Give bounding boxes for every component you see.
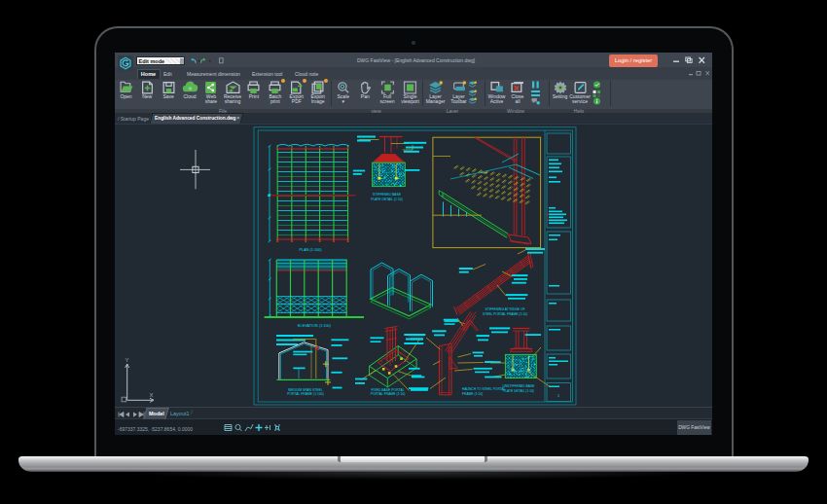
svg-text:UNSTIFFENED BASE: UNSTIFFENED BASE [503, 384, 536, 388]
svg-text:STIFFENED BASE: STIFFENED BASE [373, 193, 402, 197]
svg-text:PLATE DETAIL (1:10): PLATE DETAIL (1:10) [371, 198, 403, 201]
svg-text:PORTAL FRAME (1:10): PORTAL FRAME (1:10) [371, 392, 406, 396]
svg-text:PORTAL FRAME (1:100): PORTAL FRAME (1:100) [287, 392, 324, 396]
svg-text:STEEL PORTAL FRAME (1:10): STEEL PORTAL FRAME (1:10) [483, 312, 527, 316]
svg-text:Y: Y [125, 357, 128, 363]
svg-text:ELEVATION (1:100): ELEVATION (1:100) [298, 324, 332, 328]
svg-text:1: 1 [557, 393, 560, 398]
svg-text:PLATE DETAIL (1:10): PLATE DETAIL (1:10) [503, 389, 534, 393]
svg-text:STIFFENING AT RIDGE OF: STIFFENING AT RIDGE OF [485, 307, 524, 311]
svg-text:FIXED BASE PORTAL: FIXED BASE PORTAL [371, 388, 404, 392]
svg-text:MEDIUM SPAN STEEL: MEDIUM SPAN STEEL [288, 388, 322, 392]
svg-text:X: X [149, 392, 153, 398]
svg-text:PLAN (1:100): PLAN (1:100) [299, 248, 322, 252]
svg-text:HAUNCH TO STEEL PORTAL: HAUNCH TO STEEL PORTAL [462, 387, 506, 391]
svg-text:FRAME (1:10): FRAME (1:10) [462, 392, 483, 396]
